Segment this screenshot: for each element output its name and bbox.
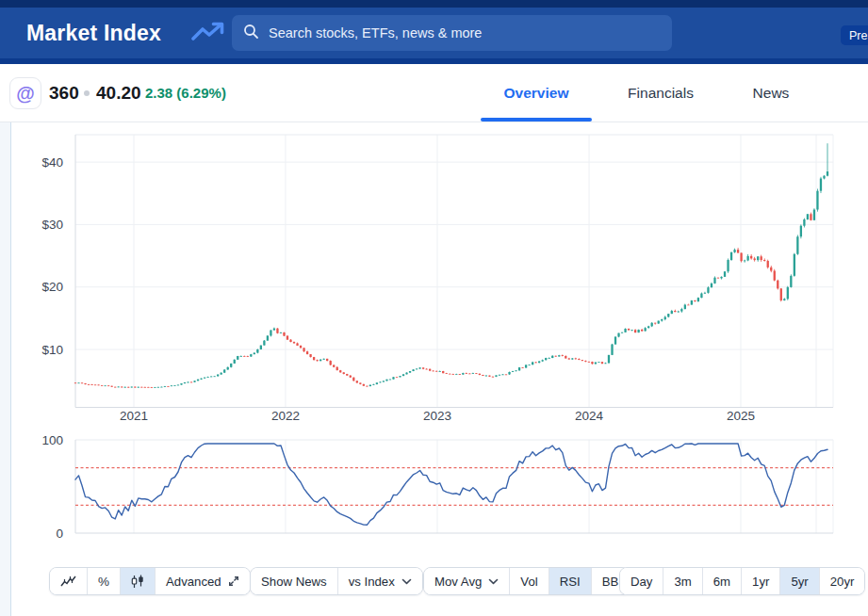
button-label: 5yr: [791, 575, 808, 589]
button-label: BB: [602, 575, 619, 589]
ranges-6m-button[interactable]: 6m: [702, 568, 741, 594]
toolbar-group-chart-type: %Advanced: [49, 567, 251, 595]
button-label: Advanced: [166, 575, 221, 589]
ranges-day-button[interactable]: Day: [620, 568, 663, 594]
rsi-y-axis-label: 100: [41, 433, 63, 447]
y-axis-label: $30: [41, 218, 63, 232]
indicators-vol-button[interactable]: Vol: [509, 568, 548, 594]
app-header: Market Index Pres: [0, 8, 868, 58]
overlays-show-news-button[interactable]: Show News: [251, 568, 337, 594]
overlays-vs-index-button[interactable]: vs Index: [337, 568, 422, 594]
chart-type-candlestick-button[interactable]: [120, 568, 155, 594]
button-label: Mov Avg: [434, 575, 482, 589]
button-label: RSI: [560, 575, 581, 589]
rsi-y-axis-label: 0: [56, 527, 63, 541]
app-window: Market Index Pres @ 360 40.20 2.38 (6.29…: [0, 0, 868, 616]
button-label: 6m: [713, 575, 730, 589]
button-label: vs Index: [349, 575, 395, 589]
y-axis-label: $40: [41, 155, 63, 170]
x-axis-label: 2025: [727, 409, 755, 423]
price-chart[interactable]: $40$30$20$1020212022202320242025: [12, 122, 856, 429]
press-shortcut-button[interactable]: Pres: [841, 25, 868, 45]
tab-news[interactable]: News: [751, 64, 791, 122]
expand-icon: [228, 575, 239, 587]
browser-top-strip: [0, 0, 868, 8]
button-label: Vol: [520, 575, 537, 589]
toolbar-group-indicators: Mov AvgVolRSIBB: [423, 567, 630, 595]
toolbar-group-overlays: Show Newsvs Index: [250, 567, 423, 595]
page-gutter: [0, 122, 11, 616]
y-axis-label: $20: [41, 280, 63, 294]
button-label: 3m: [674, 575, 691, 589]
chart-type-percent-button[interactable]: %: [87, 568, 120, 594]
tab-overview[interactable]: Overview: [500, 64, 573, 122]
button-label: Day: [631, 575, 652, 589]
button-label: 1yr: [752, 575, 769, 589]
search-input[interactable]: [269, 25, 661, 41]
ranges-3m-button[interactable]: 3m: [663, 568, 701, 594]
ticker-header-row: @ 360 40.20 2.38 (6.29%) OverviewFinanci…: [0, 64, 868, 122]
x-axis-label: 2021: [120, 409, 148, 423]
rsi-line: [75, 444, 827, 525]
ranges-20yr-button[interactable]: 20yr: [819, 568, 865, 594]
indicators-mov-avg-button[interactable]: Mov Avg: [424, 568, 509, 594]
trend-up-arrow-icon: [191, 22, 227, 48]
indicators-rsi-button[interactable]: RSI: [549, 568, 591, 594]
search-bar[interactable]: [232, 15, 672, 51]
button-label: Show News: [261, 575, 327, 589]
x-axis-label: 2023: [423, 409, 451, 423]
button-label: 20yr: [830, 575, 855, 589]
candles-down: [74, 213, 812, 388]
brand-title: Market Index: [26, 21, 161, 46]
y-axis-label: $10: [41, 343, 63, 357]
search-icon: [243, 24, 259, 43]
ranges-5yr-button[interactable]: 5yr: [779, 568, 818, 594]
brand-logo[interactable]: Market Index: [26, 8, 161, 58]
candles-up: [77, 143, 828, 388]
rsi-chart[interactable]: 1000: [12, 429, 856, 560]
toolbar-group-ranges: Day3m6m1yr5yr20yr: [619, 567, 865, 595]
chevron-down-icon: [401, 578, 412, 585]
percent-icon: %: [98, 575, 109, 589]
section-tabs: OverviewFinancialsNews: [0, 64, 868, 122]
active-tab-underline: [481, 118, 592, 122]
chart-type-line-chart-button[interactable]: [50, 568, 87, 594]
ranges-1yr-button[interactable]: 1yr: [741, 568, 779, 594]
line-chart-icon: [60, 575, 76, 588]
tab-financials[interactable]: Financials: [625, 64, 696, 122]
chevron-down-icon: [488, 578, 499, 585]
candlestick-icon: [131, 575, 144, 589]
x-axis-label: 2022: [271, 409, 300, 423]
chart-type-advanced-button[interactable]: Advanced: [155, 568, 250, 594]
x-axis-label: 2024: [575, 409, 604, 423]
